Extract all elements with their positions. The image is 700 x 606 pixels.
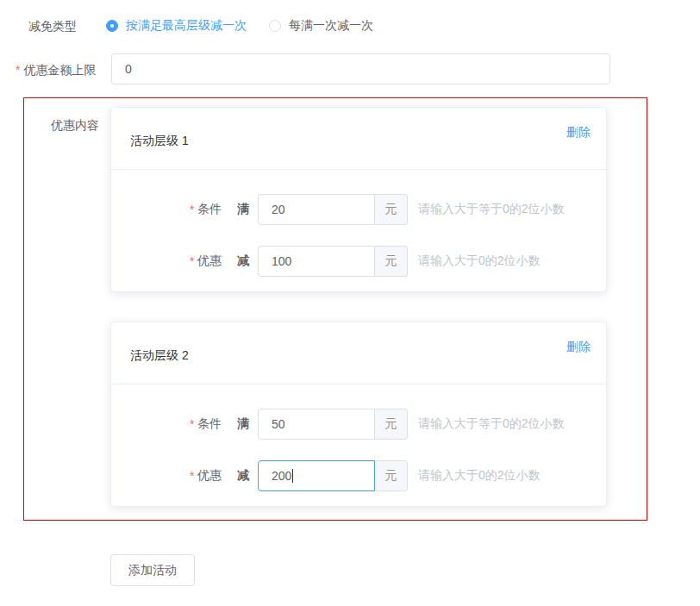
validation-hint: 请输入大于等于0的2位小数 — [418, 202, 565, 217]
required-asterisk: * — [190, 469, 197, 483]
discount-row: * 优惠 减 元 请输入大于0的2位小数 — [111, 246, 606, 277]
max-discount-input[interactable] — [111, 53, 610, 84]
validation-hint: 请输入大于等于0的2位小数 — [418, 416, 565, 432]
unit-suffix: 元 — [375, 194, 408, 225]
required-asterisk: * — [190, 417, 197, 431]
radio-label[interactable]: 按满足最高层级减一次 — [126, 18, 247, 34]
condition-prefix: 满 — [237, 416, 258, 432]
radio-unselected-icon[interactable] — [269, 20, 281, 32]
radio-label[interactable]: 每满一次减一次 — [289, 18, 373, 34]
delete-link[interactable]: 删除 — [566, 340, 591, 355]
condition-label: 条件 — [197, 202, 237, 217]
unit-suffix: 元 — [375, 246, 408, 277]
condition-input[interactable] — [258, 409, 375, 440]
required-asterisk: * — [190, 254, 197, 268]
condition-input[interactable] — [258, 194, 375, 225]
reduction-type-radio-group: 按满足最高层级减一次 每满一次减一次 — [106, 18, 396, 34]
unit-suffix: 元 — [375, 409, 408, 440]
condition-input-group: 元 — [258, 409, 408, 440]
radio-every-full-once[interactable]: 每满一次减一次 — [269, 18, 373, 34]
activity-level-card-2: 活动层级 2 删除 * 条件 满 元 请输入大于等于0的2位小数 * 优惠 减 … — [110, 322, 607, 507]
required-asterisk: * — [16, 63, 20, 77]
card-title: 活动层级 2 — [130, 348, 189, 364]
reduction-type-label: 减免类型 — [28, 19, 77, 34]
discount-content-label: 优惠内容 — [51, 118, 99, 134]
condition-prefix: 满 — [237, 202, 258, 217]
radio-highest-level-once[interactable]: 按满足最高层级减一次 — [106, 18, 247, 34]
condition-row: * 条件 满 元 请输入大于等于0的2位小数 — [111, 194, 606, 225]
condition-input-group: 元 — [258, 194, 408, 225]
discount-prefix: 减 — [237, 253, 258, 269]
card-header: 活动层级 1 删除 — [111, 108, 606, 170]
validation-hint: 请输入大于0的2位小数 — [418, 253, 541, 269]
discount-input-focused[interactable]: 200 — [258, 460, 375, 491]
validation-hint: 请输入大于0的2位小数 — [418, 468, 541, 484]
condition-label: 条件 — [197, 416, 237, 432]
activity-level-card-1: 活动层级 1 删除 * 条件 满 元 请输入大于等于0的2位小数 * 优惠 减 — [110, 107, 607, 292]
card-header: 活动层级 2 删除 — [111, 322, 606, 384]
condition-row: * 条件 满 元 请输入大于等于0的2位小数 — [111, 409, 606, 440]
add-activity-button[interactable]: 添加活动 — [110, 554, 195, 586]
discount-row: * 优惠 减 200 元 请输入大于0的2位小数 — [111, 460, 606, 491]
discount-label: 优惠 — [197, 253, 237, 269]
discount-prefix: 减 — [237, 468, 258, 484]
promotion-form-page: 减免类型 按满足最高层级减一次 每满一次减一次 *优惠金额上限 优惠内容 活动层… — [0, 0, 700, 606]
text-caret — [292, 469, 293, 483]
discount-input[interactable] — [258, 246, 375, 277]
radio-selected-icon[interactable] — [106, 20, 118, 32]
delete-link[interactable]: 删除 — [566, 125, 591, 141]
unit-suffix: 元 — [375, 460, 408, 491]
max-discount-label: *优惠金额上限 — [16, 63, 96, 78]
discount-input-group: 元 — [258, 246, 408, 277]
discount-input-group: 200 元 — [258, 460, 408, 491]
discount-label: 优惠 — [197, 468, 237, 484]
required-asterisk: * — [190, 203, 197, 216]
discount-content-section: 优惠内容 活动层级 1 删除 * 条件 满 元 请输入大于等于0的2位小数 * … — [23, 97, 647, 521]
card-title: 活动层级 1 — [130, 134, 189, 149]
